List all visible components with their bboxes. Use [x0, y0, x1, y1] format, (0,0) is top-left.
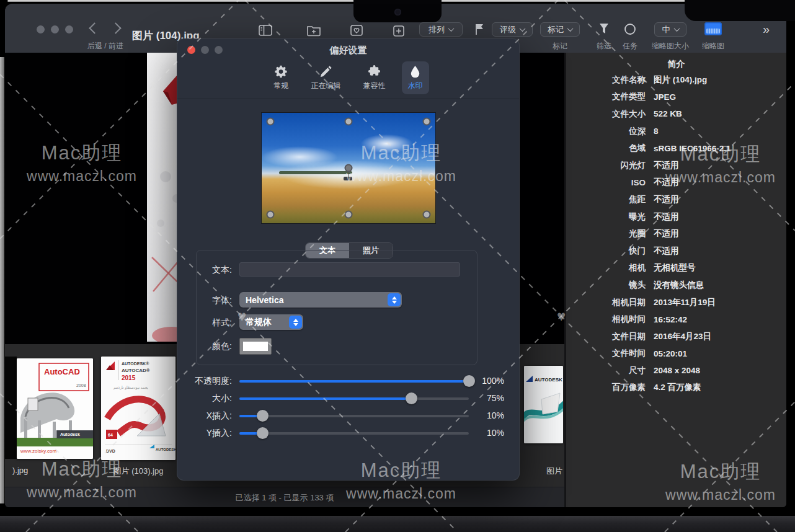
- opacity-slider-label: 不透明度:: [177, 376, 232, 387]
- flag-icon[interactable]: [474, 23, 485, 35]
- size-slider-value: 75%: [473, 393, 504, 403]
- x-inset-slider[interactable]: [239, 415, 469, 417]
- task-caption: 任务: [611, 41, 649, 51]
- new-folder-icon[interactable]: [306, 24, 321, 37]
- thumbnail-size-value: 中: [662, 24, 670, 35]
- filter-funnel-icon[interactable]: [598, 22, 610, 36]
- preview-treeline: [279, 171, 352, 174]
- slider-knob[interactable]: [257, 427, 269, 439]
- color-well[interactable]: [239, 338, 272, 355]
- info-row: 快门不适用: [566, 242, 783, 260]
- svg-text:AUTODESK: AUTODESK: [156, 448, 175, 451]
- preferences-dialog: 偏好设置 常规 正在编辑 兼容性: [177, 38, 520, 481]
- svg-text:يجمد نيودصتقاو تارذتنم: يجمد نيودصتقاو تارذتنم: [113, 386, 148, 390]
- tab-compatibility-label: 兼容性: [363, 81, 386, 91]
- info-row: 百万像素4.2 百万像素: [566, 379, 783, 397]
- sidebar-header: 简介: [566, 59, 786, 70]
- arrange-label: 排列: [429, 24, 445, 35]
- favorites-folder-icon[interactable]: [350, 24, 363, 37]
- color-field-label: 颜色:: [187, 341, 232, 352]
- opacity-slider[interactable]: [239, 380, 469, 383]
- tab-watermark[interactable]: 水印: [402, 61, 429, 94]
- camera-dot: [394, 9, 401, 16]
- svg-text:2008: 2008: [76, 383, 86, 388]
- sidebar-toggle-icon[interactable]: [258, 24, 273, 37]
- thumbnail-size-dropdown[interactable]: 中: [654, 22, 686, 37]
- position-handle-bottom-left[interactable]: [267, 211, 275, 219]
- close-button[interactable]: [37, 25, 45, 33]
- tab-general[interactable]: 常规: [268, 61, 295, 94]
- tab-compatibility[interactable]: 兼容性: [357, 61, 392, 94]
- forward-button[interactable]: [110, 22, 121, 33]
- chevron-down-icon: [673, 25, 680, 32]
- tag-dropdown[interactable]: 标记: [540, 22, 580, 37]
- opacity-slider-value: 100%: [473, 376, 504, 386]
- thumbnail-autodesk-teal[interactable]: AUTODESK: [524, 366, 563, 443]
- info-sidebar: 简介 文件名称图片 (104).jpg 文件类型JPEG 文件大小522 KB …: [564, 53, 786, 507]
- position-handle-bottom-right[interactable]: [423, 211, 431, 219]
- zoom-button[interactable]: [65, 25, 73, 33]
- info-row: 尺寸2048 x 2048: [566, 362, 783, 379]
- back-button[interactable]: [89, 22, 100, 33]
- toolbar-overflow-button[interactable]: »: [763, 22, 770, 37]
- position-handle-top-center[interactable]: [345, 118, 353, 126]
- y-inset-slider[interactable]: [239, 432, 469, 435]
- info-row: 相机日期2013年11月19日: [566, 294, 783, 311]
- style-popup[interactable]: 常规体: [239, 314, 303, 330]
- status-bar: 已选择 1 项 - 已显示 133 项: [5, 487, 564, 507]
- tag-caption: 标记: [540, 41, 580, 51]
- size-slider[interactable]: [239, 397, 469, 400]
- add-icon[interactable]: [393, 25, 405, 37]
- thumbnail-autocad-2015[interactable]: AUTODESK® AUTOCAD® 2015 يجمد نيودصتقاو ت…: [101, 357, 175, 460]
- display-notch: [353, 0, 442, 22]
- tab-general-label: 常规: [274, 81, 289, 91]
- watermark-text-input[interactable]: [239, 262, 460, 277]
- thumbnail-label-clipped-left: ).jpg: [12, 466, 28, 475]
- style-popup-value: 常规体: [246, 317, 272, 328]
- task-circle-icon[interactable]: [624, 23, 636, 35]
- font-popup-value: Helvetica: [246, 295, 283, 305]
- info-row: 色域sRGB IEC61966-2.1: [566, 140, 783, 157]
- info-row: 闪光灯不适用: [566, 157, 783, 174]
- thumbnail-view-icon[interactable]: [704, 22, 722, 35]
- y-inset-slider-row: Y插入: 10%: [177, 427, 520, 440]
- text-field-label: 文本:: [187, 265, 232, 276]
- background-window-edge: [0, 57, 4, 503]
- svg-text:AUTODESK: AUTODESK: [535, 377, 562, 383]
- info-row: 文件时间05:20:01: [566, 345, 783, 363]
- info-row: 文件名称图片 (104).jpg: [566, 71, 783, 89]
- position-handle-top-right[interactable]: [423, 118, 431, 126]
- chevron-down-icon: [520, 25, 526, 32]
- sidebar-rows: 文件名称图片 (104).jpg 文件类型JPEG 文件大小522 KB 位深8…: [566, 71, 783, 396]
- popup-stepper-icon: [388, 293, 401, 306]
- slider-knob[interactable]: [257, 410, 269, 422]
- chevron-down-icon: [567, 25, 574, 32]
- position-handle-center[interactable]: [345, 164, 353, 172]
- thumbnail-autocad-2008[interactable]: AutoCAD 2008 Autodesk www.zolsky.com: [17, 358, 93, 459]
- info-row: 文件类型JPEG: [566, 89, 783, 106]
- slider-knob[interactable]: [406, 392, 417, 404]
- style-field-label: 样式:: [187, 317, 232, 329]
- svg-text:64: 64: [108, 433, 113, 437]
- font-field-label: 字体:: [187, 295, 232, 306]
- rating-dropdown[interactable]: 评级: [492, 22, 533, 37]
- info-row: 镜头没有镜头信息: [566, 277, 783, 294]
- position-handle-top-left[interactable]: [267, 118, 275, 126]
- font-popup[interactable]: Helvetica: [239, 292, 402, 308]
- tab-watermark-label: 水印: [408, 81, 423, 91]
- info-row: 曝光不适用: [566, 208, 783, 226]
- svg-text:DVD: DVD: [106, 449, 115, 453]
- display-corner-cutout: [685, 0, 795, 21]
- svg-text:AUTOCAD®: AUTOCAD®: [122, 368, 150, 373]
- info-row: 相机无相机型号: [566, 260, 783, 277]
- x-inset-slider-label: X插入:: [177, 410, 232, 422]
- arrange-dropdown[interactable]: 排列: [419, 22, 463, 37]
- info-row: 相机时间16:52:42: [566, 311, 783, 328]
- tab-editing[interactable]: 正在编辑: [305, 61, 347, 94]
- dialog-title: 偏好设置: [177, 45, 519, 56]
- thumbnail-clipped-left[interactable]: [5, 357, 17, 459]
- position-handle-bottom-center[interactable]: [345, 211, 353, 219]
- info-row: 文件日期2016年4月23日: [566, 328, 783, 345]
- minimize-button[interactable]: [51, 25, 59, 33]
- thumbnail-size-caption: 缩略图大小: [646, 41, 695, 51]
